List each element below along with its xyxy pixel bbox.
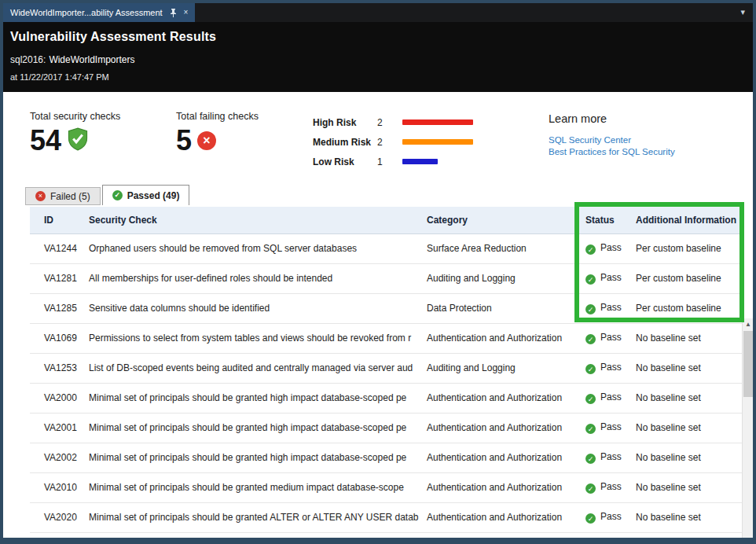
cell-id: VA1253 — [30, 353, 83, 383]
link-sql-security-center[interactable]: SQL Security Center — [549, 135, 675, 145]
database-name: WideWorldImporters — [49, 54, 134, 65]
vertical-scrollbar[interactable]: ▲ ▼ — [742, 318, 753, 544]
scan-timestamp: at 11/22/2017 1:47:47 PM — [10, 72, 745, 82]
cell-security-check: Orphaned users should be removed from SQ… — [83, 233, 420, 263]
risk-bar — [402, 119, 473, 125]
cell-additional-information: No baseline set — [629, 383, 742, 413]
tab-passed[interactable]: ✓ Passed (49) — [102, 185, 190, 205]
results-table: ID Security Check Category Status Additi… — [30, 207, 742, 533]
risk-count: 1 — [377, 156, 402, 167]
table-row[interactable]: VA2010Minimal set of principals should b… — [30, 472, 742, 502]
table-row[interactable]: VA2000Minimal set of principals should b… — [30, 383, 742, 413]
shield-check-icon — [67, 127, 89, 154]
risk-legend: High Risk2Medium Risk2Low Risk1 — [313, 112, 473, 171]
pin-icon[interactable] — [170, 9, 177, 17]
column-header-security-check[interactable]: Security Check — [83, 207, 420, 233]
pass-icon: ✓ — [585, 394, 596, 404]
cell-status: ✓Pass — [579, 413, 629, 443]
cell-category: Authentication and Authorization — [420, 443, 579, 472]
status-text: Pass — [600, 481, 622, 492]
document-tab[interactable]: WideWorldImporter...ability Assessment × — [3, 3, 195, 22]
table-row[interactable]: VA2002Minimal set of principals should b… — [30, 443, 742, 472]
cell-security-check: Minimal set of principals should be gran… — [83, 443, 420, 472]
pass-icon: ✓ — [585, 513, 596, 524]
cell-category: Authentication and Authorization — [420, 383, 579, 413]
risk-label: High Risk — [313, 117, 377, 128]
cell-id: VA1244 — [30, 233, 83, 263]
cell-additional-information: Per custom baseline — [629, 263, 742, 293]
column-header-status[interactable]: Status — [579, 207, 629, 233]
table-row[interactable]: VA1253List of DB-scoped events being aud… — [30, 353, 742, 383]
cell-status: ✓Pass — [579, 472, 629, 502]
link-best-practices[interactable]: Best Practices for SQL Security — [549, 147, 675, 156]
content-area: Total security checks 54 Total failing c… — [3, 92, 753, 538]
risk-count: 2 — [377, 117, 402, 128]
cell-category: Authentication and Authorization — [420, 323, 579, 353]
passed-tab-icon: ✓ — [112, 190, 123, 200]
risk-label: Low Risk — [313, 156, 377, 167]
cell-additional-information: No baseline set — [629, 323, 742, 353]
cell-additional-information: Per custom baseline — [629, 293, 742, 323]
table-row[interactable]: VA1244Orphaned users should be removed f… — [30, 233, 742, 263]
table-row[interactable]: VA2001Minimal set of principals should b… — [30, 413, 742, 443]
cell-security-check: Permissions to select from system tables… — [83, 323, 420, 353]
table-row[interactable]: VA2020Minimal set of principals should b… — [30, 502, 742, 532]
table-row[interactable]: VA1281All memberships for user-defined r… — [30, 263, 742, 293]
table-row[interactable]: VA1069Permissions to select from system … — [30, 323, 742, 353]
pass-icon: ✓ — [585, 244, 596, 255]
summary-section: Total security checks 54 Total failing c… — [3, 92, 753, 167]
column-header-additional-information[interactable]: Additional Information — [629, 207, 742, 233]
column-header-category[interactable]: Category — [420, 207, 579, 233]
cell-id: VA2010 — [30, 472, 83, 502]
page-title: Vulnerability Assessment Results — [10, 30, 745, 44]
failing-checks-value: 5 — [176, 127, 192, 155]
status-text: Pass — [600, 302, 622, 313]
scroll-up-icon[interactable]: ▲ — [743, 318, 754, 330]
cell-id: VA2000 — [30, 383, 83, 413]
total-checks-value: 54 — [30, 127, 61, 155]
cell-category: Auditing and Logging — [420, 353, 579, 383]
failed-tab-label: Failed (5) — [50, 191, 90, 202]
cell-security-check: Minimal set of principals should be gran… — [83, 472, 420, 502]
cell-id: VA1069 — [30, 323, 83, 353]
pass-icon: ✓ — [585, 274, 596, 285]
cell-category: Authentication and Authorization — [420, 413, 579, 443]
total-checks-label: Total security checks — [30, 111, 176, 122]
column-header-id[interactable]: ID — [30, 207, 83, 233]
risk-bar — [402, 159, 438, 164]
status-text: Pass — [600, 362, 622, 373]
cell-security-check: Minimal set of principals should be gran… — [83, 383, 420, 413]
cell-category: Data Protection — [420, 293, 579, 323]
cell-status: ✓Pass — [579, 263, 629, 293]
status-text: Pass — [600, 511, 622, 522]
pass-icon: ✓ — [585, 364, 596, 374]
risk-count: 2 — [377, 137, 402, 148]
cell-security-check: Minimal set of principals should be gran… — [83, 502, 420, 532]
learn-more-section: Learn more SQL Security Center Best Prac… — [549, 111, 675, 156]
failing-checks-metric: Total failing checks 5 × — [176, 111, 313, 155]
risk-row: Low Risk1 — [313, 152, 473, 171]
cell-status: ✓Pass — [579, 353, 629, 383]
risk-bar — [402, 139, 473, 145]
server-database-line: sql2016:WideWorldImporters — [10, 54, 745, 65]
close-icon[interactable]: × — [184, 9, 189, 17]
risk-row: High Risk2 — [313, 112, 473, 132]
scrollbar-thumb[interactable] — [743, 331, 753, 397]
learn-more-title: Learn more — [549, 112, 675, 125]
chevron-down-icon[interactable]: ▾ — [740, 3, 753, 22]
fail-x-icon: × — [197, 131, 216, 150]
document-tab-label: WideWorldImporter...ability Assessment — [10, 8, 163, 17]
pass-icon: ✓ — [585, 454, 596, 464]
cell-id: VA1281 — [30, 263, 83, 293]
cell-status: ✓Pass — [579, 293, 629, 323]
ssms-window: WideWorldImporter...ability Assessment ×… — [0, 0, 756, 544]
pass-icon: ✓ — [585, 304, 596, 314]
tab-failed[interactable]: × Failed (5) — [25, 187, 101, 205]
status-text: Pass — [600, 421, 622, 432]
status-text: Pass — [600, 451, 622, 462]
cell-security-check: Sensitive data columns should be identif… — [83, 293, 420, 323]
cell-id: VA2020 — [30, 502, 83, 532]
table-row[interactable]: VA1285Sensitive data columns should be i… — [30, 293, 742, 323]
cell-id: VA2001 — [30, 413, 83, 443]
results-table-wrap: ID Security Check Category Status Additi… — [30, 207, 742, 533]
